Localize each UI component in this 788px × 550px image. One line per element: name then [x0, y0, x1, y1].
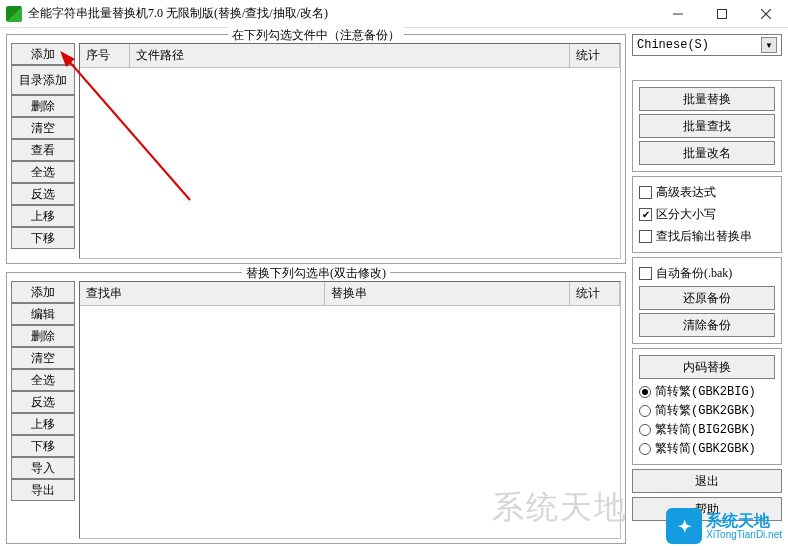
batch-find-button[interactable]: 批量查找	[639, 114, 775, 138]
string-btn-7[interactable]: 下移	[11, 435, 75, 457]
case-sensitive-checkbox[interactable]: ✔ 区分大小写	[639, 205, 775, 224]
encoding-radio-3[interactable]: 繁转简(GBK2GBK)	[639, 439, 775, 458]
col-find[interactable]: 查找串	[80, 282, 325, 305]
minimize-button[interactable]	[656, 0, 700, 27]
watermark-url: XiTongTianDi.net	[706, 529, 782, 540]
clear-backup-button[interactable]: 清除备份	[639, 313, 775, 337]
radio-dot-icon	[639, 443, 651, 455]
batch-replace-button[interactable]: 批量替换	[639, 87, 775, 111]
watermark: ✦ 系统天地 XiTongTianDi.net	[666, 508, 782, 544]
window-controls	[656, 0, 788, 27]
batch-rename-button[interactable]: 批量改名	[639, 141, 775, 165]
advanced-expression-checkbox[interactable]: 高级表达式	[639, 183, 775, 202]
encoding-label: 简转繁(GBK2BIG)	[655, 383, 756, 400]
window-title: 全能字符串批量替换机7.0 无限制版(替换/查找/抽取/改名)	[28, 5, 656, 22]
string-list-header: 查找串 替换串 统计	[80, 282, 620, 306]
file-btn-8[interactable]: 下移	[11, 227, 75, 249]
encoding-group: 内码替换 简转繁(GBK2BIG)简转繁(GBK2GBK)繁转简(BIG2GBK…	[632, 348, 782, 465]
encoding-label: 繁转简(GBK2GBK)	[655, 440, 756, 457]
watermark-cn: 系统天地	[706, 512, 782, 530]
radio-dot-icon	[639, 424, 651, 436]
string-list-table[interactable]: 查找串 替换串 统计	[79, 281, 621, 539]
options-group: 高级表达式 ✔ 区分大小写 查找后输出替换串	[632, 176, 782, 253]
col-replace[interactable]: 替换串	[325, 282, 570, 305]
replace-string-group: 替换下列勾选串(双击修改) 添加编辑删除清空全选反选上移下移导入导出 查找串 替…	[6, 272, 626, 544]
restore-backup-button[interactable]: 还原备份	[639, 286, 775, 310]
advanced-label: 高级表达式	[656, 184, 716, 201]
string-btn-9[interactable]: 导出	[11, 479, 75, 501]
chevron-down-icon	[761, 37, 777, 53]
app-icon	[6, 6, 22, 22]
watermark-icon: ✦	[666, 508, 702, 544]
output-label: 查找后输出替换串	[656, 228, 752, 245]
col-stat[interactable]: 统计	[570, 44, 620, 67]
col-num[interactable]: 序号	[80, 44, 130, 67]
case-label: 区分大小写	[656, 206, 716, 223]
file-btn-0[interactable]: 添加	[11, 43, 75, 65]
string-btn-8[interactable]: 导入	[11, 457, 75, 479]
file-btn-3[interactable]: 清空	[11, 117, 75, 139]
file-selection-title: 在下列勾选文件中（注意备份）	[228, 27, 404, 44]
file-list-table[interactable]: 序号 文件路径 统计	[79, 43, 621, 259]
maximize-button[interactable]	[700, 0, 744, 27]
file-list-header: 序号 文件路径 统计	[80, 44, 620, 68]
titlebar: 全能字符串批量替换机7.0 无限制版(替换/查找/抽取/改名)	[0, 0, 788, 28]
language-value: Chinese(S)	[637, 38, 709, 52]
file-btn-4[interactable]: 查看	[11, 139, 75, 161]
string-btn-3[interactable]: 清空	[11, 347, 75, 369]
radio-dot-icon	[639, 386, 651, 398]
language-dropdown[interactable]: Chinese(S)	[632, 34, 782, 56]
auto-backup-label: 自动备份(.bak)	[656, 265, 732, 282]
batch-actions-group: 批量替换 批量查找 批量改名	[632, 80, 782, 172]
encoding-radio-0[interactable]: 简转繁(GBK2BIG)	[639, 382, 775, 401]
encoding-label: 简转繁(GBK2GBK)	[655, 402, 756, 419]
encoding-radio-2[interactable]: 繁转简(BIG2GBK)	[639, 420, 775, 439]
file-btn-6[interactable]: 反选	[11, 183, 75, 205]
radio-dot-icon	[639, 405, 651, 417]
file-buttons-stack: 添加目录添加删除清空查看全选反选上移下移	[11, 43, 75, 259]
file-btn-5[interactable]: 全选	[11, 161, 75, 183]
encoding-radio-1[interactable]: 简转繁(GBK2GBK)	[639, 401, 775, 420]
string-buttons-stack: 添加编辑删除清空全选反选上移下移导入导出	[11, 281, 75, 539]
file-btn-7[interactable]: 上移	[11, 205, 75, 227]
string-btn-5[interactable]: 反选	[11, 391, 75, 413]
string-btn-2[interactable]: 删除	[11, 325, 75, 347]
svg-rect-1	[718, 9, 727, 18]
col-path[interactable]: 文件路径	[130, 44, 570, 67]
string-btn-1[interactable]: 编辑	[11, 303, 75, 325]
col-stat2[interactable]: 统计	[570, 282, 620, 305]
encoding-label: 繁转简(BIG2GBK)	[655, 421, 756, 438]
backup-group: 自动备份(.bak) 还原备份 清除备份	[632, 257, 782, 344]
string-btn-4[interactable]: 全选	[11, 369, 75, 391]
exit-button[interactable]: 退出	[632, 469, 782, 493]
auto-backup-checkbox[interactable]: 自动备份(.bak)	[639, 264, 775, 283]
string-btn-0[interactable]: 添加	[11, 281, 75, 303]
file-btn-2[interactable]: 删除	[11, 95, 75, 117]
encoding-title-button[interactable]: 内码替换	[639, 355, 775, 379]
output-after-search-checkbox[interactable]: 查找后输出替换串	[639, 227, 775, 246]
close-button[interactable]	[744, 0, 788, 27]
file-selection-group: 在下列勾选文件中（注意备份） 添加目录添加删除清空查看全选反选上移下移 序号 文…	[6, 34, 626, 264]
replace-string-title: 替换下列勾选串(双击修改)	[242, 265, 390, 282]
string-btn-6[interactable]: 上移	[11, 413, 75, 435]
file-btn-1[interactable]: 目录添加	[11, 65, 75, 95]
